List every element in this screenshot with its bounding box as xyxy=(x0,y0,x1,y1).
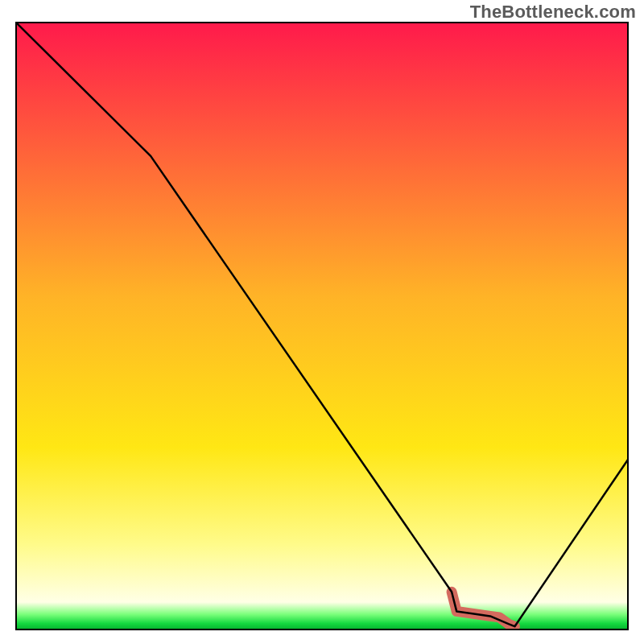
bottleneck-chart xyxy=(0,0,644,644)
chart-frame: TheBottleneck.com xyxy=(0,0,644,644)
